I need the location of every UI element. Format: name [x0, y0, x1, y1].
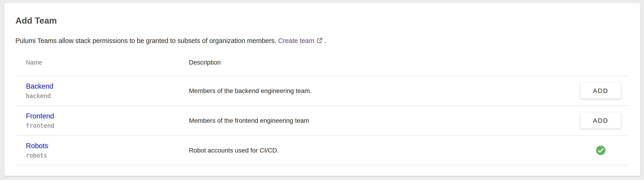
table-row-frontend: Frontend frontend Members of the fronten… — [16, 106, 629, 136]
add-team-button-backend[interactable]: ADD — [580, 83, 621, 99]
intro-paragraph: Pulumi Teams allow stack permissions to … — [16, 37, 629, 45]
team-slug: frontend — [26, 122, 189, 129]
add-team-panel: Add Team Pulumi Teams allow stack permis… — [4, 3, 640, 176]
team-description: Members of the frontend engineering team — [189, 117, 577, 124]
team-name-cell: Backend backend — [16, 82, 189, 99]
team-added-status — [580, 145, 621, 155]
team-link-robots[interactable]: Robots — [26, 142, 48, 150]
table-header-row: Name Description — [16, 49, 629, 76]
team-description: Robot accounts used for CI/CD. — [189, 147, 577, 154]
column-header-name: Name — [16, 59, 189, 66]
create-team-link[interactable]: Create team — [278, 37, 323, 44]
teams-table: Name Description Backend backend Members… — [16, 49, 629, 165]
team-link-backend[interactable]: Backend — [26, 82, 53, 90]
team-action-cell — [577, 145, 629, 155]
team-name-cell: Frontend frontend — [16, 112, 189, 129]
team-description: Members of the backend engineering team. — [189, 87, 577, 95]
page-title: Add Team — [16, 16, 629, 26]
add-team-button-frontend[interactable]: ADD — [580, 112, 621, 129]
create-team-link-label: Create team — [278, 37, 314, 44]
external-link-icon — [316, 37, 323, 44]
intro-period: . — [324, 37, 326, 44]
intro-text: Pulumi Teams allow stack permissions to … — [16, 37, 276, 44]
team-slug: backend — [26, 92, 189, 99]
column-header-description: Description — [189, 59, 577, 66]
team-slug: robots — [26, 152, 189, 159]
team-link-frontend[interactable]: Frontend — [26, 112, 54, 120]
team-name-cell: Robots robots — [16, 142, 189, 159]
check-circle-icon — [596, 145, 606, 155]
team-action-cell: ADD — [577, 83, 629, 99]
table-row-robots: Robots robots Robot accounts used for CI… — [16, 136, 629, 165]
table-row-backend: Backend backend Members of the backend e… — [16, 76, 629, 106]
team-action-cell: ADD — [577, 112, 629, 129]
